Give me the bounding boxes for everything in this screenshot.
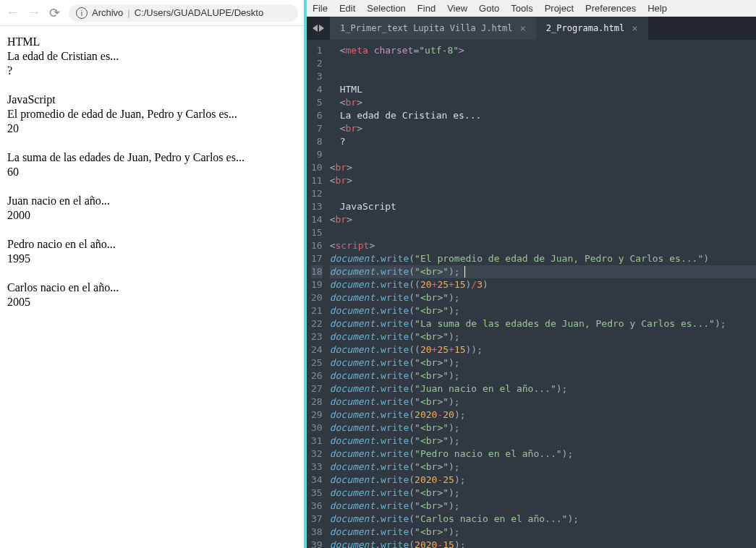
- code-line[interactable]: document.write("El promedio de edad de J…: [330, 252, 756, 265]
- code-line[interactable]: document.write("<br>");: [330, 434, 756, 448]
- line-number: 21: [311, 304, 323, 317]
- code-line[interactable]: <script>: [330, 239, 756, 252]
- line-number: 38: [311, 526, 323, 539]
- code-line[interactable]: HTML: [330, 83, 756, 96]
- close-icon[interactable]: ×: [519, 22, 525, 34]
- code-line[interactable]: [330, 70, 756, 83]
- menu-item-edit[interactable]: Edit: [339, 3, 355, 14]
- code-line[interactable]: La edad de Cristian es...: [330, 109, 756, 122]
- line-number: 17: [311, 252, 323, 265]
- line-number: 1: [311, 44, 323, 57]
- browser-content: HTMLLa edad de Cristian es...? JavaScrip…: [0, 26, 304, 318]
- line-number: 27: [311, 382, 323, 395]
- menu-bar: FileEditSelectionFindViewGotoToolsProjec…: [307, 0, 756, 17]
- tab-1-primer-text-lupita-villa-j-html[interactable]: 1_Primer_text Lupita Villa J.html×: [330, 17, 536, 40]
- code-line[interactable]: document.write((20+25+15));: [330, 343, 756, 356]
- code-line[interactable]: document.write("La suma de las edades de…: [330, 317, 756, 330]
- line-number: 16: [311, 239, 323, 252]
- code-line[interactable]: <br>: [330, 96, 756, 109]
- line-number: 3: [311, 70, 323, 83]
- line-number: 10: [311, 161, 323, 174]
- code-line[interactable]: document.write(2020-20);: [330, 408, 756, 421]
- tab-label: 2_Programa.html: [546, 23, 624, 33]
- tab-next-icon[interactable]: [319, 25, 324, 32]
- browser-line: 20: [7, 121, 297, 136]
- code-area[interactable]: 1234567891011121314151617181920212223242…: [307, 40, 756, 548]
- tab-2-programa-html[interactable]: 2_Programa.html×: [536, 17, 648, 40]
- browser-line: 60: [7, 165, 297, 179]
- code-line[interactable]: document.write("<br>");: [330, 304, 756, 317]
- code-line[interactable]: [330, 226, 756, 239]
- line-number: 11: [311, 174, 323, 187]
- menu-item-tools[interactable]: Tools: [511, 3, 532, 14]
- code-line[interactable]: document.write("<br>");: [330, 421, 756, 434]
- tab-label: 1_Primer_text Lupita Villa J.html: [340, 23, 512, 33]
- code-line[interactable]: document.write(2020-15);: [330, 539, 756, 548]
- code-line[interactable]: [330, 148, 756, 161]
- line-number: 30: [311, 421, 323, 434]
- menu-item-preferences[interactable]: Preferences: [585, 3, 636, 14]
- code-lines[interactable]: <meta charset="utf-8">HTML<br>La edad de…: [330, 40, 756, 548]
- code-line[interactable]: document.write("<br>");: [330, 356, 756, 369]
- code-line[interactable]: JavaScript: [330, 200, 756, 213]
- code-line[interactable]: [330, 187, 756, 200]
- close-icon[interactable]: ×: [632, 22, 637, 34]
- browser-line: [7, 78, 297, 93]
- code-line[interactable]: document.write("<br>");: [330, 395, 756, 408]
- tab-nav: [307, 25, 330, 32]
- code-line[interactable]: <br>: [330, 161, 756, 174]
- code-line[interactable]: <br>: [330, 174, 756, 187]
- code-line[interactable]: document.write("<br>");: [330, 330, 756, 343]
- line-number: 14: [311, 213, 323, 226]
- line-number: 25: [311, 356, 323, 369]
- code-line[interactable]: document.write(2020-25);: [330, 474, 756, 487]
- code-line[interactable]: document.write("<br>");: [330, 265, 756, 278]
- code-line[interactable]: document.write("Pedro nacio en el año...…: [330, 448, 756, 461]
- address-path: C:/Users/GUADALUPE/Deskto: [135, 7, 263, 18]
- code-line[interactable]: document.write((20+25+15)/3): [330, 278, 756, 291]
- code-line[interactable]: <br>: [330, 213, 756, 226]
- code-line[interactable]: document.write("<br>");: [330, 291, 756, 304]
- code-line[interactable]: document.write("<br>");: [330, 487, 756, 500]
- menu-item-goto[interactable]: Goto: [479, 3, 499, 14]
- line-number: 37: [311, 513, 323, 526]
- reload-icon[interactable]: ⟳: [49, 5, 60, 21]
- menu-item-find[interactable]: Find: [417, 3, 436, 14]
- menu-item-file[interactable]: File: [313, 3, 328, 14]
- code-line[interactable]: ?: [330, 135, 756, 148]
- code-line[interactable]: <br>: [330, 122, 756, 135]
- code-line[interactable]: document.write("Carlos nacio en el año..…: [330, 513, 756, 526]
- code-line[interactable]: document.write("<br>");: [330, 526, 756, 539]
- menu-item-help[interactable]: Help: [647, 3, 667, 14]
- line-number: 15: [311, 226, 323, 239]
- menu-item-selection[interactable]: Selection: [367, 3, 405, 14]
- info-icon[interactable]: i: [76, 7, 88, 19]
- tabs-container: 1_Primer_text Lupita Villa J.html×2_Prog…: [330, 17, 648, 40]
- line-number: 36: [311, 500, 323, 513]
- line-number: 32: [311, 448, 323, 461]
- line-number: 31: [311, 434, 323, 448]
- tab-prev-icon[interactable]: [313, 25, 318, 32]
- browser-line: 2000: [7, 208, 297, 223]
- browser-line: Pedro nacio en el año...: [7, 237, 297, 252]
- code-line[interactable]: document.write("<br>");: [330, 369, 756, 382]
- forward-icon[interactable]: →: [27, 5, 41, 20]
- browser-line: [7, 266, 297, 281]
- menu-item-project[interactable]: Project: [545, 3, 574, 14]
- browser-line: ?: [7, 64, 297, 78]
- line-number: 26: [311, 369, 323, 382]
- code-line[interactable]: [330, 57, 756, 70]
- tab-bar: 1_Primer_text Lupita Villa J.html×2_Prog…: [307, 17, 756, 40]
- code-line[interactable]: document.write("Juan nacio en el año..."…: [330, 382, 756, 395]
- address-separator: |: [127, 7, 129, 18]
- browser-line: La edad de Cristian es...: [7, 49, 297, 64]
- address-bar[interactable]: i Archivo | C:/Users/GUADALUPE/Deskto: [69, 4, 298, 22]
- line-number: 34: [311, 474, 323, 487]
- menu-item-view[interactable]: View: [447, 3, 467, 14]
- back-icon[interactable]: ←: [6, 5, 19, 20]
- browser-pane: ← → ⟳ i Archivo | C:/Users/GUADALUPE/Des…: [0, 0, 307, 548]
- gutter: 1234567891011121314151617181920212223242…: [307, 40, 330, 548]
- code-line[interactable]: <meta charset="utf-8">: [330, 44, 756, 57]
- code-line[interactable]: document.write("<br>");: [330, 461, 756, 474]
- code-line[interactable]: document.write("<br>");: [330, 500, 756, 513]
